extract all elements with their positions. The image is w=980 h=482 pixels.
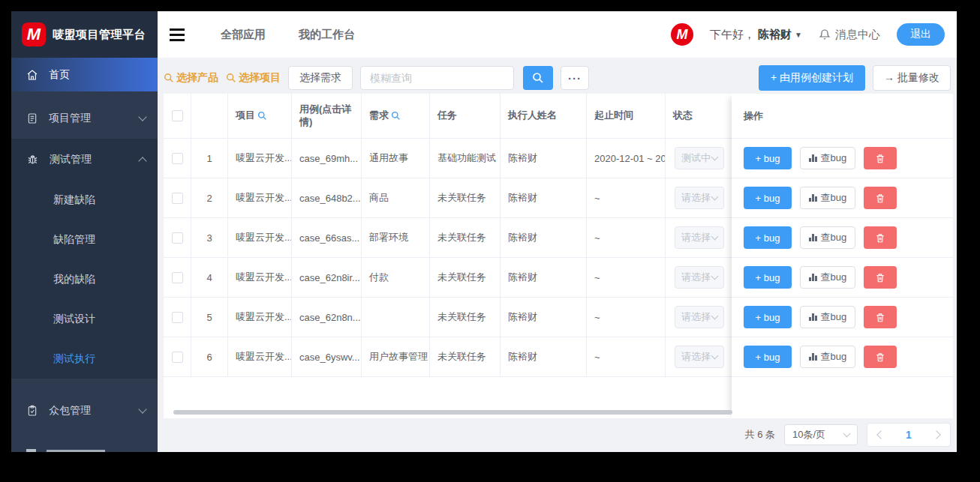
status-select[interactable]: 请选择 xyxy=(675,187,724,209)
prev-page-button[interactable] xyxy=(876,430,885,439)
add-bug-button[interactable]: + bug xyxy=(744,147,792,169)
executor-cell: 陈裕财 xyxy=(501,178,587,217)
operations-row: + bug查bug xyxy=(732,298,953,337)
home-icon xyxy=(26,69,38,81)
executor-cell: 陈裕财 xyxy=(501,218,587,257)
more-filters-button[interactable]: ··· xyxy=(561,66,589,90)
status-select[interactable]: 请选择 xyxy=(675,346,724,368)
message-center-link[interactable]: 消息中心 xyxy=(819,28,880,42)
status-select[interactable]: 请选择 xyxy=(675,266,724,289)
sidebar-subitem-我的缺陷[interactable]: 我的缺陷 xyxy=(11,259,158,299)
sidebar-subitem-测试设计[interactable]: 测试设计 xyxy=(11,299,158,339)
batch-edit-button[interactable]: → 批量修改 xyxy=(873,65,951,91)
row-checkbox[interactable] xyxy=(172,272,183,283)
bar-chart-icon xyxy=(809,234,817,241)
user-greeting[interactable]: 下午好， 陈裕财 ▼ xyxy=(710,28,802,42)
view-bug-button[interactable]: 查bug xyxy=(800,306,855,328)
status-select[interactable]: 请选择 xyxy=(675,226,724,249)
row-checkbox[interactable] xyxy=(172,193,183,204)
menu-icon xyxy=(26,449,36,452)
status-select-value: 测试中 xyxy=(681,151,711,165)
view-bug-button[interactable]: 查bug xyxy=(800,147,855,169)
status-select[interactable]: 请选择 xyxy=(675,306,724,328)
view-bug-label: 查bug xyxy=(821,350,847,364)
status-select-value: 请选择 xyxy=(681,350,711,364)
delete-button[interactable] xyxy=(864,147,897,169)
task-cell: 未关联任务 xyxy=(430,298,501,337)
hamburger-menu-icon[interactable] xyxy=(170,28,185,41)
dates-cell: ~ xyxy=(587,337,666,376)
create-plan-from-case-button[interactable]: + 由用例创建计划 xyxy=(759,65,865,91)
requirement-cell: 通用故事 xyxy=(362,139,430,178)
current-page-button[interactable]: 1 xyxy=(906,429,912,441)
bar-chart-icon xyxy=(809,353,817,361)
sidebar-subitem-测试执行[interactable]: 测试执行 xyxy=(11,339,158,379)
column-header-2: 项目 xyxy=(228,94,292,138)
sidebar-item-label: 项目管理 xyxy=(49,112,129,125)
sidebar-item-partial[interactable] xyxy=(11,431,158,452)
fuzzy-search-input[interactable] xyxy=(360,66,514,90)
sidebar-item-1[interactable]: 项目管理 xyxy=(11,97,158,139)
row-checkbox[interactable] xyxy=(172,153,183,164)
status-cell: 请选择 xyxy=(666,258,732,297)
view-bug-button[interactable]: 查bug xyxy=(800,187,855,209)
view-bug-button[interactable]: 查bug xyxy=(800,226,855,249)
case-cell: case_62n8ir... xyxy=(292,258,362,297)
clipboard-icon xyxy=(26,405,38,417)
operations-row: + bug查bug xyxy=(732,258,953,298)
case-cell: case_648b2... xyxy=(292,178,362,217)
sidebar-subitem-缺陷管理[interactable]: 缺陷管理 xyxy=(11,220,158,259)
logout-button[interactable]: 退出 xyxy=(897,23,945,46)
sidebar-subitem-新建缺陷[interactable]: 新建缺陷 xyxy=(11,180,158,220)
main-content: 选择产品 选择项目 选择需求 ··· + 由用例创建计划 → 批量修改 项目用例… xyxy=(158,58,957,452)
select-project-link[interactable]: 选择项目 xyxy=(226,71,281,85)
select-all-checkbox[interactable] xyxy=(172,110,183,121)
status-select[interactable]: 测试中 xyxy=(675,147,724,169)
topnav-all-apps[interactable]: 全部应用 xyxy=(221,28,266,42)
add-bug-button[interactable]: + bug xyxy=(744,266,792,289)
next-page-button[interactable] xyxy=(932,430,940,439)
horizontal-scrollbar[interactable] xyxy=(173,410,732,415)
add-bug-button[interactable]: + bug xyxy=(744,187,792,209)
select-requirement-button[interactable]: 选择需求 xyxy=(288,66,353,90)
add-bug-button[interactable]: + bug xyxy=(744,346,792,368)
requirement-cell: 用户故事管理 xyxy=(362,337,430,376)
add-bug-button[interactable]: + bug xyxy=(744,226,792,249)
topnav-my-workbench[interactable]: 我的工作台 xyxy=(299,28,355,42)
view-bug-button[interactable]: 查bug xyxy=(800,346,855,368)
sidebar-item-2[interactable]: 测试管理 xyxy=(11,139,158,180)
column-header-label: 项目 xyxy=(236,109,255,122)
column-search-icon[interactable] xyxy=(257,111,267,121)
status-cell: 请选择 xyxy=(666,218,732,257)
project-cell: 唛盟云开发... xyxy=(228,298,292,337)
view-bug-button[interactable]: 查bug xyxy=(800,266,855,289)
page-size-select[interactable]: 10条/页 xyxy=(784,424,858,445)
table-row: 4唛盟云开发...case_62n8ir...付款未关联任务陈裕财~请选择 xyxy=(164,258,732,298)
row-checkbox[interactable] xyxy=(172,312,183,323)
column-header-label: 任务 xyxy=(437,109,457,122)
delete-button[interactable] xyxy=(864,226,897,249)
table-row: 3唛盟云开发...case_66sas...部署环境未关联任务陈裕财~请选择 xyxy=(164,218,732,258)
delete-button[interactable] xyxy=(864,266,897,289)
chevron-down-icon xyxy=(711,233,719,241)
select-product-link[interactable]: 选择产品 xyxy=(164,71,218,85)
column-search-icon[interactable] xyxy=(391,111,401,121)
delete-button[interactable] xyxy=(864,187,897,209)
add-bug-button[interactable]: + bug xyxy=(744,306,792,328)
sidebar-item-3[interactable]: 众包管理 xyxy=(11,390,158,431)
search-button[interactable] xyxy=(523,66,553,90)
delete-button[interactable] xyxy=(864,306,897,328)
row-checkbox[interactable] xyxy=(172,232,183,244)
sidebar-item-0[interactable]: 首页 xyxy=(11,58,158,91)
column-header-label: 需求 xyxy=(369,109,389,122)
project-cell: 唛盟云开发... xyxy=(228,258,292,297)
user-avatar[interactable]: M xyxy=(671,23,693,46)
column-header-3: 用例(点击详情) xyxy=(292,94,362,138)
row-checkbox[interactable] xyxy=(172,352,183,363)
sidebar-item-label xyxy=(47,450,105,453)
bar-chart-icon xyxy=(809,194,817,202)
chevron-down-icon xyxy=(711,352,719,360)
table-row: 1唛盟云开发...case_69mh...通用故事基础功能测试陈裕财2020-1… xyxy=(164,139,732,178)
delete-button[interactable] xyxy=(864,346,897,368)
column-header-label: 执行人姓名 xyxy=(508,109,557,122)
